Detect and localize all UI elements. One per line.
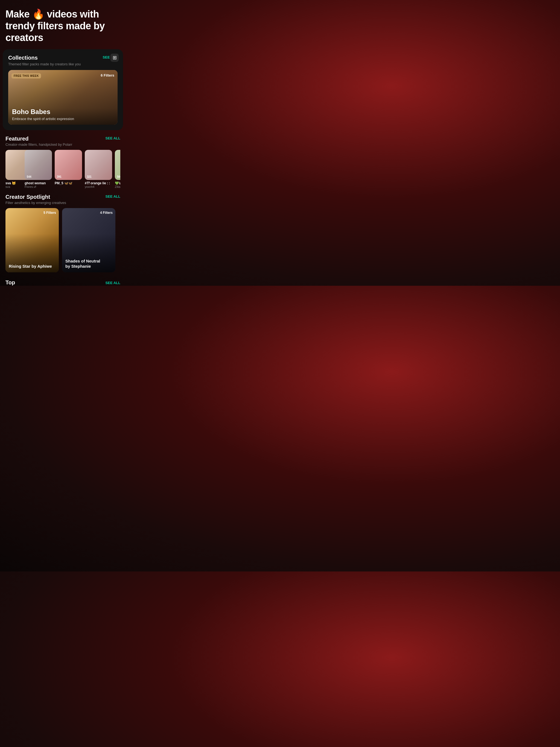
spotlight-row: 5 Filters Rising Star by Aphiwe 4 Filter… <box>5 208 120 272</box>
filter-author: Flores.vf <box>25 185 52 188</box>
collections-title: Collections <box>8 55 38 61</box>
filter-count-badge: 566 <box>117 175 120 178</box>
collection-card-boho-babes[interactable]: FREE THIS WEEK 6 Filters Boho Babes Embr… <box>8 70 118 125</box>
spotlight-info: Shades of Neutralby Stephanie <box>65 258 112 269</box>
spotlight-name: Shades of Neutralby Stephanie <box>65 258 112 269</box>
spotlight-name: Rising Star by Aphiwe <box>9 264 55 269</box>
spotlight-filter-count: 5 Filters <box>44 211 56 215</box>
free-badge: FREE THIS WEEK <box>11 73 41 78</box>
spotlight-header: Creator Spotlight SEE ALL <box>5 194 120 200</box>
filter-author: Zilia <box>115 185 120 188</box>
add-button[interactable] <box>110 54 119 62</box>
spotlight-card-neutral[interactable]: 4 Filters Shades of Neutralby Stephanie <box>62 208 116 272</box>
spotlight-title: Creator Spotlight <box>5 194 50 200</box>
featured-section: Featured SEE ALL Creator-made filters, h… <box>0 136 126 194</box>
spotlight-info: Rising Star by Aphiwe <box>9 264 55 269</box>
featured-header: Featured SEE ALL <box>5 136 120 142</box>
list-item[interactable]: 321 #⁇ orange lie : : yoxnh4 <box>85 150 112 188</box>
filter-count-badge: 391 <box>57 175 61 178</box>
collections-header: Collections SEE ALL <box>8 55 118 61</box>
top-see-all[interactable]: SEE ALL <box>105 281 120 285</box>
hero-section: Make 🔥 videos with trendy filters made b… <box>0 0 126 49</box>
spotlight-subtitle: Filter aesthetics by emerging creatives <box>5 201 120 205</box>
spotlight-filter-count: 4 Filters <box>100 211 113 215</box>
top-section: Top SEE ALL <box>0 277 126 286</box>
filter-count-badge: 321 <box>87 175 92 178</box>
filter-count-badge: 544 <box>27 175 31 178</box>
collection-info: Boho Babes Embrace the spirit of artisti… <box>12 108 114 121</box>
spotlight-card-rising[interactable]: 5 Filters Rising Star by Aphiwe <box>5 208 59 272</box>
featured-filters-scroll: sva 😸 sva 544 ghost woman Flores.vf 391 … <box>5 150 120 189</box>
featured-title: Featured <box>5 136 28 142</box>
filter-name: #⁇ orange lie : : <box>85 181 112 185</box>
list-item[interactable]: 544 ghost woman Flores.vf <box>25 150 52 188</box>
spotlight-overlay <box>5 208 59 272</box>
featured-see-all[interactable]: SEE ALL <box>105 136 120 140</box>
main-card: Collections SEE ALL Themed filter packs … <box>3 49 123 130</box>
spotlight-see-all[interactable]: SEE ALL <box>105 195 120 199</box>
collection-description: Embrace the spirit of artistic expressio… <box>12 117 114 121</box>
list-item[interactable]: 566 💚\( ¯` \) Zilia <box>115 150 120 188</box>
filter-item-partial[interactable]: sva 😸 sva <box>5 150 22 188</box>
list-item[interactable]: 391 PM_5 🦋🦋 <box>55 150 82 188</box>
collections-section: Collections SEE ALL Themed filter packs … <box>8 55 118 125</box>
collections-subtitle: Themed filter packs made by creators lik… <box>8 62 118 66</box>
top-title: Top <box>5 279 15 285</box>
filter-name: 💚\( ¯` \) <box>115 181 120 185</box>
hero-title: Make 🔥 videos with trendy filters made b… <box>5 8 120 44</box>
filter-name: PM_5 🦋🦋 <box>55 181 82 185</box>
filter-author: yoxnh4 <box>85 185 112 188</box>
featured-subtitle: Creator-made filters, handpicked by Pola… <box>5 143 120 147</box>
collection-name: Boho Babes <box>12 108 114 115</box>
collection-filter-count: 6 Filters <box>101 73 114 77</box>
filter-name: ghost woman <box>25 181 52 185</box>
creator-spotlight-section: Creator Spotlight SEE ALL Filter aesthet… <box>0 194 126 277</box>
